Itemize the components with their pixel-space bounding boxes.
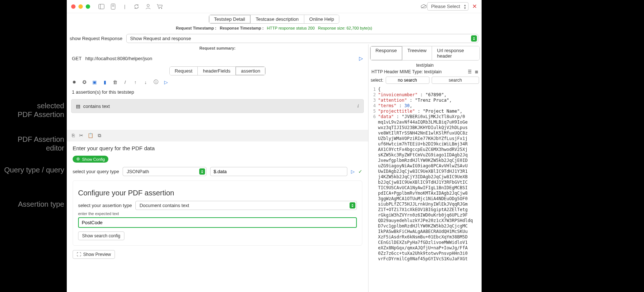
badge-outline-icon[interactable]: ✪ bbox=[81, 79, 87, 85]
show-preview-button[interactable]: ⛶ Show Preview bbox=[73, 250, 115, 259]
window-close[interactable] bbox=[71, 4, 76, 9]
response-tabs: Response Treeview Url response header bbox=[370, 46, 480, 61]
show-config-button[interactable]: ⚙ Show Config bbox=[73, 156, 108, 163]
divider: | bbox=[122, 3, 128, 10]
svg-rect-1 bbox=[99, 4, 104, 9]
response-size: Response size: 62,700 byte(s) bbox=[318, 26, 372, 30]
paste-icon[interactable]: 📋 bbox=[88, 133, 93, 139]
arrow-down-icon[interactable]: ↓ bbox=[143, 79, 149, 85]
tab-testcase-description[interactable]: Testcase description bbox=[251, 15, 304, 23]
request-summary-label: Request summary: bbox=[67, 44, 368, 52]
cut-icon[interactable]: ✂ bbox=[79, 133, 83, 139]
settings-icon[interactable]: ☰ bbox=[468, 69, 472, 74]
annotation-editor: PDF Assertion editor bbox=[0, 135, 64, 152]
sync-icon[interactable] bbox=[133, 3, 140, 10]
query-input[interactable] bbox=[210, 167, 347, 176]
image-icon[interactable]: ▣ bbox=[92, 79, 97, 85]
svg-point-6 bbox=[147, 4, 149, 6]
chevrons-updown-icon bbox=[471, 35, 477, 42]
info-icon[interactable]: ⓘ bbox=[153, 79, 159, 85]
mobile-icon[interactable]: ▮ bbox=[102, 79, 108, 85]
notebook-icon[interactable] bbox=[110, 3, 116, 10]
annotation-selected: selected PDF Assertion bbox=[0, 101, 64, 119]
assertion-count: 1 assertion(s) for this teststep bbox=[67, 87, 368, 97]
assertion-item[interactable]: ▤ contains text 𝒊 bbox=[71, 99, 364, 113]
app-window: | Please Select ▴▾ ✕ Teststep Detail Tes… bbox=[67, 0, 482, 292]
req-ts-label: Request Timestamp : bbox=[176, 26, 216, 30]
subtab-request[interactable]: Request bbox=[170, 67, 198, 75]
annotation-querytarget: Query target JSON data bbox=[488, 86, 567, 94]
annotation-asserttype: Assertion type bbox=[0, 200, 64, 209]
mime-type-center: text/plain bbox=[369, 62, 481, 69]
query-type-value: JSONPath bbox=[127, 169, 149, 174]
expected-text-label: enter the expected text bbox=[78, 211, 357, 216]
user-icon[interactable] bbox=[145, 3, 151, 10]
response-panel: Response Treeview Url response header te… bbox=[368, 44, 481, 292]
close-icon[interactable]: ✕ bbox=[472, 3, 477, 10]
mime-header-label: HTTP Header MIME Type: text/plain bbox=[371, 69, 441, 74]
show-config-label: Show Config bbox=[82, 157, 105, 161]
cart-icon[interactable] bbox=[157, 3, 163, 10]
request-url: http://localhost:8080/helper/json bbox=[85, 56, 153, 61]
subtab-assertion[interactable]: assertion bbox=[236, 67, 265, 75]
sidebar-toggle-icon[interactable] bbox=[98, 3, 105, 10]
show-request-response-label: show Request Response bbox=[70, 36, 123, 41]
expected-text-input[interactable] bbox=[78, 217, 357, 228]
query-type-row: select your query type JSONPath ▷ ✓ bbox=[73, 167, 362, 176]
query-type-label: select your query type bbox=[73, 169, 119, 174]
http-status: HTTP response status 200 bbox=[267, 26, 315, 30]
top-tabs: Teststep Detail Testcase description Onl… bbox=[67, 13, 481, 25]
response-search-row: select: search bbox=[369, 75, 481, 85]
badge-filled-icon[interactable]: ✹ bbox=[71, 79, 77, 85]
resp-ts-label: Response Timestamp : bbox=[220, 26, 263, 30]
copy-icon[interactable]: ⎘ bbox=[72, 133, 75, 139]
run-query-button[interactable]: ▷ bbox=[351, 169, 355, 174]
tab-url-response-header[interactable]: Url response header bbox=[432, 46, 479, 60]
show-request-response-row: show Request Response Show Request and r… bbox=[67, 32, 481, 44]
assertion-item-label: contains text bbox=[83, 104, 110, 109]
configure-heading: Configure your PDF assertion bbox=[78, 189, 357, 197]
request-panel: Request summary: GET http://localhost:80… bbox=[67, 44, 368, 292]
subtab-headerfields[interactable]: headerFields bbox=[198, 67, 236, 75]
top-select-value: Please Select bbox=[431, 4, 460, 9]
chevrons-updown-icon bbox=[350, 202, 355, 209]
show-request-response-select[interactable]: Show Request and response bbox=[126, 34, 478, 43]
expand-icon: ⛶ bbox=[77, 252, 81, 257]
list-icon[interactable]: ≣ bbox=[475, 69, 478, 74]
show-preview-label: Show Preview bbox=[83, 252, 111, 257]
window-minimize[interactable] bbox=[78, 4, 83, 9]
search-input[interactable] bbox=[386, 77, 429, 84]
run-request-button[interactable]: ▷ bbox=[359, 55, 363, 61]
assert-type-select[interactable]: Document contains text bbox=[135, 201, 357, 210]
request-url-row: GET http://localhost:8080/helper/json ▷ bbox=[67, 52, 368, 65]
titlebar: | Please Select ▴▾ ✕ bbox=[67, 0, 481, 13]
query-type-select[interactable]: JSONPath bbox=[123, 167, 207, 176]
info-small-icon: 𝒊 bbox=[358, 103, 359, 109]
tab-teststep-detail[interactable]: Teststep Detail bbox=[209, 15, 251, 23]
cloud-off-icon[interactable] bbox=[421, 3, 427, 10]
http-method: GET bbox=[72, 56, 82, 61]
response-body[interactable]: 1{2"invoicenumber" : "67890",3"attention… bbox=[369, 85, 481, 292]
svg-rect-3 bbox=[111, 4, 115, 9]
assertion-toolbar: ✹ ✪ ▣ ▮ 🗑 / ↑ ↓ ⓘ ▷ bbox=[67, 77, 368, 87]
arrow-up-icon[interactable]: ↑ bbox=[132, 79, 138, 85]
window-zoom[interactable] bbox=[86, 4, 90, 9]
request-subtabs: Request headerFields assertion bbox=[169, 66, 266, 75]
top-select[interactable]: Please Select ▴▾ bbox=[427, 2, 469, 11]
tab-response[interactable]: Response bbox=[370, 46, 402, 60]
svg-point-7 bbox=[159, 8, 160, 9]
gear-icon: ⚙ bbox=[76, 157, 80, 161]
svg-point-8 bbox=[161, 8, 162, 9]
pdf-assertion-editor: Enter your query for the PDF data ⚙ Show… bbox=[67, 141, 368, 262]
query-heading: Enter your query for the PDF data bbox=[73, 145, 362, 151]
tab-online-help[interactable]: Online Help bbox=[304, 15, 339, 23]
annotation-querytype: Query type / query bbox=[0, 166, 64, 174]
search-button[interactable]: search bbox=[432, 77, 479, 84]
play-icon[interactable]: ▷ bbox=[163, 79, 169, 85]
show-search-config-button[interactable]: Show search config bbox=[78, 231, 124, 240]
trash-icon[interactable]: 🗑 bbox=[112, 79, 118, 85]
document-icon: ▤ bbox=[76, 104, 80, 109]
duplicate-icon[interactable]: ⧉ bbox=[98, 133, 101, 139]
chevrons-updown-icon: ▴▾ bbox=[464, 4, 466, 9]
tab-treeview[interactable]: Treeview bbox=[402, 46, 432, 60]
